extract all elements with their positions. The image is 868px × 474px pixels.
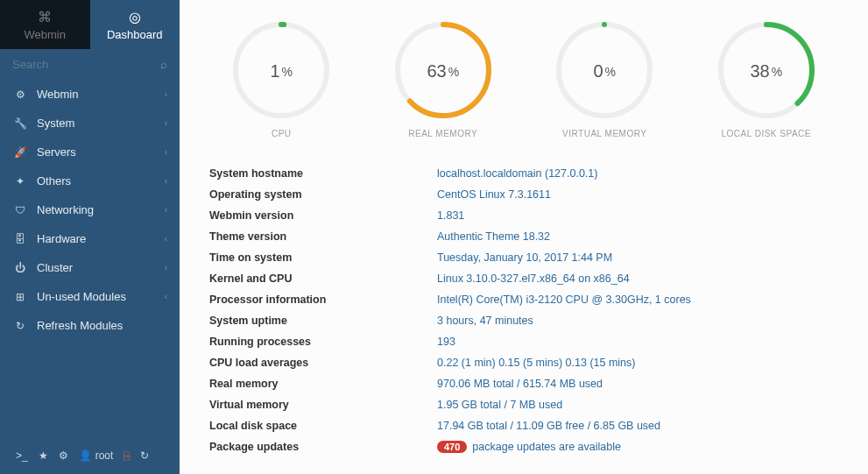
nav-item-refresh-modules[interactable]: ↻Refresh Modules — [0, 311, 180, 340]
user-name: root — [95, 449, 114, 462]
system-info-table: System hostnamelocalhost.localdomain (12… — [201, 163, 847, 457]
bottom-bar: >_ ★ ⚙ 👤 root ⍈ ↻ — [0, 437, 180, 474]
gauge-value: 63% — [391, 18, 496, 125]
gauge-label: VIRTUAL MEMORY — [562, 129, 646, 138]
nav-icon: ↻ — [12, 320, 28, 332]
info-key: Real memory — [201, 373, 428, 394]
info-value: 3 hours, 47 minutes — [428, 310, 847, 331]
gauge-circle: 1% — [229, 18, 334, 125]
nav-label: Refresh Modules — [37, 319, 167, 332]
nav: ⚙Webmin‹🔧System‹🚀Servers‹✦Others‹🛡Networ… — [0, 80, 180, 340]
info-key: Kernel and CPU — [201, 268, 428, 289]
settings-icon[interactable]: ⚙ — [59, 449, 68, 462]
info-row: Virtual memory1.95 GB total / 7 MB used — [201, 394, 847, 415]
gauge-circle: 38% — [714, 18, 819, 125]
nav-item-system[interactable]: 🔧System‹ — [0, 109, 180, 138]
user-icon: 👤 — [79, 449, 92, 462]
chevron-left-icon: ‹ — [165, 263, 167, 272]
nav-item-webmin[interactable]: ⚙Webmin‹ — [0, 80, 180, 109]
nav-icon: 🛡 — [12, 204, 28, 216]
nav-label: Webmin — [37, 88, 165, 101]
tab-dashboard-label: Dashboard — [107, 28, 163, 41]
terminal-icon[interactable]: >_ — [16, 449, 28, 462]
nav-item-cluster[interactable]: ⏻Cluster‹ — [0, 253, 180, 282]
chevron-left-icon: ‹ — [165, 89, 167, 99]
info-key: System hostname — [201, 163, 428, 184]
gauges-row: 1%CPU63%REAL MEMORY0%VIRTUAL MEMORY38%LO… — [201, 18, 847, 138]
info-row: Theme versionAuthentic Theme 18.32 — [201, 226, 847, 247]
chevron-left-icon: ‹ — [165, 118, 167, 128]
info-key: Running processes — [201, 331, 428, 352]
info-value: Linux 3.10.0-327.el7.x86_64 on x86_64 — [428, 268, 847, 289]
nav-label: System — [37, 117, 165, 130]
info-value: Intel(R) Core(TM) i3-2120 CPU @ 3.30GHz,… — [428, 289, 847, 310]
chevron-left-icon: ‹ — [165, 234, 167, 244]
nav-icon: ⚙ — [12, 88, 28, 101]
logout-icon[interactable]: ⍈ — [123, 449, 130, 462]
tab-dashboard[interactable]: ◎ Dashboard — [90, 0, 180, 49]
nav-icon: 🗄 — [12, 233, 28, 245]
info-key: Theme version — [201, 226, 428, 247]
nav-item-servers[interactable]: 🚀Servers‹ — [0, 138, 180, 166]
nav-item-networking[interactable]: 🛡Networking‹ — [0, 195, 180, 224]
nav-item-un-used-modules[interactable]: ⊞Un-used Modules‹ — [0, 282, 180, 311]
nav-icon: 🚀 — [12, 146, 28, 159]
gauge-real-memory: 63%REAL MEMORY — [373, 18, 513, 138]
info-value: 0.22 (1 min) 0.15 (5 mins) 0.13 (15 mins… — [428, 352, 847, 373]
nav-icon: ✦ — [12, 175, 28, 187]
info-value: 1.831 — [428, 205, 847, 226]
gauge-circle: 0% — [552, 18, 657, 125]
nav-icon: ⊞ — [12, 291, 28, 303]
info-key: Time on system — [201, 247, 428, 268]
chevron-left-icon: ‹ — [165, 176, 167, 186]
search-icon[interactable]: ⌕ — [160, 58, 167, 71]
nav-label: Networking — [37, 203, 165, 216]
nav-item-hardware[interactable]: 🗄Hardware‹ — [0, 224, 180, 253]
gauge-cpu: 1%CPU — [211, 18, 351, 138]
info-key: Webmin version — [201, 205, 428, 226]
info-key: Local disk space — [201, 415, 428, 436]
info-key: Package updates — [201, 436, 428, 457]
info-key: System uptime — [201, 310, 428, 331]
info-value: CentOS Linux 7.3.1611 — [428, 184, 847, 205]
gauge-value: 1% — [229, 18, 334, 125]
gauge-value: 0% — [552, 18, 657, 125]
chevron-left-icon: ‹ — [165, 147, 167, 157]
info-value: Tuesday, January 10, 2017 1:44 PM — [428, 247, 847, 268]
info-value: 1.95 GB total / 7 MB used — [428, 394, 847, 415]
info-row: Webmin version1.831 — [201, 205, 847, 226]
sidebar-tabs: ⌘ Webmin ◎ Dashboard — [0, 0, 180, 49]
info-row: Operating systemCentOS Linux 7.3.1611 — [201, 184, 847, 205]
info-value: 970.06 MB total / 615.74 MB used — [428, 373, 847, 394]
search-input[interactable] — [12, 58, 160, 71]
info-row: CPU load averages0.22 (1 min) 0.15 (5 mi… — [201, 352, 847, 373]
nav-label: Hardware — [37, 232, 165, 245]
info-row: Processor informationIntel(R) Core(TM) i… — [201, 289, 847, 310]
info-row: Time on systemTuesday, January 10, 2017 … — [201, 247, 847, 268]
info-row-updates: Package updates470package updates are av… — [201, 436, 847, 457]
updates-badge: 470 — [437, 441, 467, 453]
nav-icon: 🔧 — [12, 117, 28, 130]
info-row: Real memory970.06 MB total / 615.74 MB u… — [201, 373, 847, 394]
nav-item-others[interactable]: ✦Others‹ — [0, 166, 180, 195]
webmin-icon: ⌘ — [38, 9, 52, 25]
info-key: Operating system — [201, 184, 428, 205]
tab-webmin-label: Webmin — [25, 28, 66, 41]
info-value: 193 — [428, 331, 847, 352]
info-value: localhost.localdomain (127.0.0.1) — [428, 163, 847, 184]
info-value: 17.94 GB total / 11.09 GB free / 6.85 GB… — [428, 415, 847, 436]
star-icon[interactable]: ★ — [39, 449, 48, 462]
tab-webmin[interactable]: ⌘ Webmin — [0, 0, 90, 49]
gauge-label: REAL MEMORY — [408, 129, 477, 138]
info-row: Local disk space17.94 GB total / 11.09 G… — [201, 415, 847, 436]
gauge-local-disk-space: 38%LOCAL DISK SPACE — [696, 18, 836, 138]
chevron-left-icon: ‹ — [165, 205, 167, 215]
gauge-virtual-memory: 0%VIRTUAL MEMORY — [534, 18, 674, 138]
sidebar: ⌘ Webmin ◎ Dashboard ⌕ ⚙Webmin‹🔧System‹🚀… — [0, 0, 180, 474]
user-chip[interactable]: 👤 root — [79, 449, 114, 462]
info-row: System uptime3 hours, 47 minutes — [201, 310, 847, 331]
nav-label: Servers — [37, 145, 165, 159]
info-value[interactable]: 470package updates are available — [428, 436, 847, 457]
refresh-icon[interactable]: ↻ — [140, 449, 149, 462]
gauge-label: CPU — [272, 129, 292, 138]
